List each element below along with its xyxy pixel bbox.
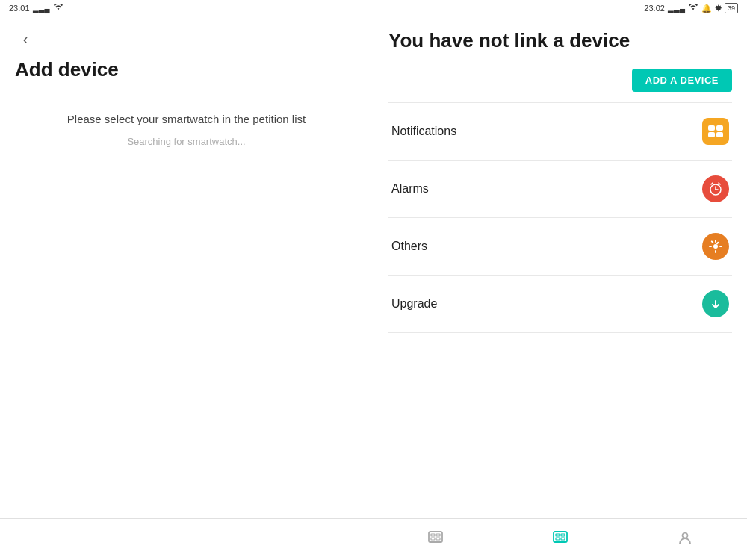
signal-left: ▂▃▄ <box>33 4 50 13</box>
svg-rect-12 <box>715 240 716 243</box>
wifi-right-icon <box>688 4 698 13</box>
nav-item-profile[interactable] <box>661 524 709 556</box>
alarms-label: Alarms <box>391 182 429 196</box>
bottom-nav <box>0 518 747 560</box>
add-device-title: Add device <box>15 58 358 81</box>
svg-rect-1 <box>716 125 723 131</box>
nav-item-home[interactable] <box>536 524 584 556</box>
alarms-icon <box>702 175 729 202</box>
time-right: 23:02 <box>644 4 665 13</box>
status-bar-left: 23:01 ▂▃▄ <box>0 0 374 16</box>
nav-item-device[interactable] <box>412 524 459 556</box>
upgrade-label: Upgrade <box>391 297 437 311</box>
others-icon <box>702 233 729 260</box>
svg-line-8 <box>711 183 713 184</box>
svg-rect-2 <box>708 132 715 137</box>
status-bar-right: 23:02 ▂▃▄ 🔔 ✸ 39 <box>374 0 747 16</box>
svg-rect-19 <box>429 532 442 542</box>
main-content: ‹ Add device Please select your smartwat… <box>0 16 747 518</box>
time-left: 23:01 <box>9 4 30 13</box>
divider-4 <box>388 332 732 333</box>
back-button[interactable]: ‹ <box>15 28 36 49</box>
menu-item-alarms[interactable]: Alarms <box>388 162 732 216</box>
svg-line-9 <box>719 183 720 184</box>
back-arrow-icon: ‹ <box>23 31 28 48</box>
menu-item-upgrade[interactable]: Upgrade <box>388 277 732 331</box>
svg-rect-24 <box>554 532 567 542</box>
svg-rect-13 <box>715 250 716 253</box>
divider-3 <box>388 275 732 276</box>
svg-rect-15 <box>719 246 722 247</box>
profile-nav-icon <box>676 529 694 551</box>
battery-badge: 39 <box>725 3 738 13</box>
left-panel: ‹ Add device Please select your smartwat… <box>0 16 374 518</box>
svg-rect-20 <box>431 534 435 536</box>
menu-item-others[interactable]: Others <box>388 220 732 273</box>
device-nav-icon <box>427 529 444 551</box>
svg-rect-14 <box>709 246 712 247</box>
upgrade-icon <box>702 290 729 317</box>
bell-icon: 🔔 <box>701 4 712 13</box>
divider-1 <box>388 160 732 161</box>
svg-rect-21 <box>436 534 440 536</box>
status-bars: 23:01 ▂▃▄ 23:02 ▂▃▄ 🔔 ✸ 39 <box>0 0 747 16</box>
svg-point-29 <box>682 532 687 538</box>
notifications-label: Notifications <box>391 125 456 138</box>
bluetooth-icon: ✸ <box>715 4 722 13</box>
bottom-nav-right <box>374 524 747 556</box>
no-device-title: You have not link a device <box>388 28 732 54</box>
right-panel: You have not link a device ADD A DEVICE … <box>374 16 747 518</box>
divider-2 <box>388 217 732 218</box>
notifications-icon <box>702 118 729 145</box>
divider-top <box>388 102 732 103</box>
svg-rect-27 <box>556 538 560 540</box>
others-label: Others <box>391 240 427 253</box>
svg-rect-22 <box>431 538 435 540</box>
svg-rect-28 <box>561 538 565 540</box>
signal-right: ▂▃▄ <box>668 4 685 13</box>
add-device-button[interactable]: ADD A DEVICE <box>632 69 732 92</box>
searching-text: Searching for smartwatch... <box>15 136 358 147</box>
svg-rect-26 <box>561 534 565 536</box>
svg-rect-23 <box>436 538 440 540</box>
svg-rect-0 <box>708 125 715 131</box>
wifi-left-icon <box>53 4 63 13</box>
home-nav-icon <box>551 529 569 551</box>
svg-rect-3 <box>716 132 723 137</box>
svg-rect-25 <box>556 534 560 536</box>
menu-item-notifications[interactable]: Notifications <box>388 105 732 158</box>
add-device-subtitle: Please select your smartwatch in the pet… <box>15 111 358 128</box>
svg-point-11 <box>713 244 718 249</box>
